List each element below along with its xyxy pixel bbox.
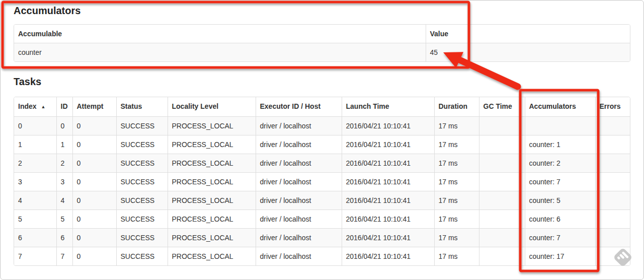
column-header-value[interactable]: Value [426, 25, 630, 43]
task-cell-gc-time [479, 191, 525, 210]
accumulators-table: Accumulable Value counter 45 [14, 24, 630, 62]
task-row: 770SUCCESSPROCESS_LOCALdriver / localhos… [14, 247, 630, 266]
task-cell-id: 4 [56, 191, 72, 210]
task-cell-duration: 17 ms [434, 135, 479, 154]
task-cell-errors [595, 247, 630, 266]
task-cell-index: 6 [14, 229, 56, 247]
task-cell-launch-time: 2016/04/21 10:10:41 [342, 247, 434, 266]
task-cell-gc-time [479, 117, 525, 135]
task-cell-id: 1 [56, 135, 72, 154]
task-cell-index: 1 [14, 135, 56, 154]
task-row: 330SUCCESSPROCESS_LOCALdriver / localhos… [14, 173, 630, 191]
task-cell-accumulators: counter: 1 [525, 135, 595, 154]
task-cell-duration: 17 ms [434, 173, 479, 191]
tasks-table: Index▲IDAttemptStatusLocality LevelExecu… [14, 97, 630, 266]
task-cell-id: 5 [56, 210, 72, 229]
column-header-errors[interactable]: Errors [595, 97, 630, 117]
column-header-launch-time[interactable]: Launch Time [342, 97, 434, 117]
task-cell-accumulators: counter: 7 [525, 229, 595, 247]
task-cell-attempt: 0 [72, 173, 116, 191]
task-cell-duration: 17 ms [434, 154, 479, 173]
column-header-duration[interactable]: Duration [434, 97, 479, 117]
task-cell-duration: 17 ms [434, 229, 479, 247]
task-cell-gc-time [479, 210, 525, 229]
task-cell-duration: 17 ms [434, 191, 479, 210]
column-header-index[interactable]: Index▲ [14, 97, 56, 117]
task-cell-executor-id-host: driver / localhost [256, 210, 342, 229]
task-cell-launch-time: 2016/04/21 10:10:41 [342, 173, 434, 191]
task-cell-locality-level: PROCESS_LOCAL [168, 191, 256, 210]
task-cell-launch-time: 2016/04/21 10:10:41 [342, 117, 434, 135]
task-cell-locality-level: PROCESS_LOCAL [168, 154, 256, 173]
task-cell-accumulators: counter: 2 [525, 154, 595, 173]
task-cell-launch-time: 2016/04/21 10:10:41 [342, 210, 434, 229]
column-header-locality-level[interactable]: Locality Level [168, 97, 256, 117]
column-header-gc-time[interactable]: GC Time [479, 97, 525, 117]
task-cell-accumulators: counter: 5 [525, 191, 595, 210]
column-header-status[interactable]: Status [116, 97, 168, 117]
task-cell-status: SUCCESS [116, 135, 168, 154]
task-cell-locality-level: PROCESS_LOCAL [168, 247, 256, 266]
task-cell-attempt: 0 [72, 117, 116, 135]
task-cell-executor-id-host: driver / localhost [256, 173, 342, 191]
cell-accumulable-name: counter [14, 43, 426, 62]
task-cell-errors [595, 210, 630, 229]
column-header-attempt[interactable]: Attempt [72, 97, 116, 117]
task-cell-executor-id-host: driver / localhost [256, 135, 342, 154]
task-cell-id: 0 [56, 117, 72, 135]
task-cell-accumulators: counter: 17 [525, 247, 595, 266]
task-cell-status: SUCCESS [116, 117, 168, 135]
task-cell-attempt: 0 [72, 210, 116, 229]
accumulable-row: counter 45 [14, 43, 630, 62]
cell-accumulable-value: 45 [426, 43, 630, 62]
task-cell-attempt: 0 [72, 154, 116, 173]
task-cell-errors [595, 229, 630, 247]
column-header-accumulators[interactable]: Accumulators [525, 97, 595, 117]
task-cell-status: SUCCESS [116, 191, 168, 210]
task-row: 220SUCCESSPROCESS_LOCALdriver / localhos… [14, 154, 630, 173]
task-cell-locality-level: PROCESS_LOCAL [168, 210, 256, 229]
tasks-header-row: Index▲IDAttemptStatusLocality LevelExecu… [14, 97, 630, 117]
task-cell-executor-id-host: driver / localhost [256, 117, 342, 135]
task-cell-errors [595, 135, 630, 154]
task-cell-attempt: 0 [72, 135, 116, 154]
tasks-heading: Tasks [14, 76, 41, 88]
task-row: 660SUCCESSPROCESS_LOCALdriver / localhos… [14, 229, 630, 247]
task-cell-attempt: 0 [72, 191, 116, 210]
column-header-executor-id-host[interactable]: Executor ID / Host [256, 97, 342, 117]
task-cell-duration: 17 ms [434, 117, 479, 135]
task-cell-id: 6 [56, 229, 72, 247]
task-cell-id: 7 [56, 247, 72, 266]
task-cell-locality-level: PROCESS_LOCAL [168, 117, 256, 135]
task-cell-executor-id-host: driver / localhost [256, 154, 342, 173]
column-header-accumulable[interactable]: Accumulable [14, 25, 426, 43]
task-cell-accumulators: counter: 6 [525, 210, 595, 229]
task-cell-executor-id-host: driver / localhost [256, 191, 342, 210]
task-cell-index: 7 [14, 247, 56, 266]
task-cell-errors [595, 154, 630, 173]
task-cell-locality-level: PROCESS_LOCAL [168, 229, 256, 247]
task-cell-index: 0 [14, 117, 56, 135]
task-cell-accumulators: counter: 7 [525, 173, 595, 191]
accumulators-header-row: Accumulable Value [14, 25, 630, 43]
task-row: 550SUCCESSPROCESS_LOCALdriver / localhos… [14, 210, 630, 229]
task-cell-attempt: 0 [72, 247, 116, 266]
task-cell-gc-time [479, 229, 525, 247]
task-cell-status: SUCCESS [116, 229, 168, 247]
task-cell-locality-level: PROCESS_LOCAL [168, 135, 256, 154]
task-cell-index: 4 [14, 191, 56, 210]
task-cell-index: 5 [14, 210, 56, 229]
task-cell-attempt: 0 [72, 229, 116, 247]
task-cell-launch-time: 2016/04/21 10:10:41 [342, 229, 434, 247]
task-cell-locality-level: PROCESS_LOCAL [168, 173, 256, 191]
task-cell-gc-time [479, 173, 525, 191]
task-cell-executor-id-host: driver / localhost [256, 229, 342, 247]
task-cell-launch-time: 2016/04/21 10:10:41 [342, 154, 434, 173]
task-row: 440SUCCESSPROCESS_LOCALdriver / localhos… [14, 191, 630, 210]
column-header-id[interactable]: ID [56, 97, 72, 117]
task-cell-launch-time: 2016/04/21 10:10:41 [342, 135, 434, 154]
task-cell-errors [595, 191, 630, 210]
accumulators-heading: Accumulators [14, 5, 80, 17]
task-row: 000SUCCESSPROCESS_LOCALdriver / localhos… [14, 117, 630, 135]
task-cell-index: 2 [14, 154, 56, 173]
